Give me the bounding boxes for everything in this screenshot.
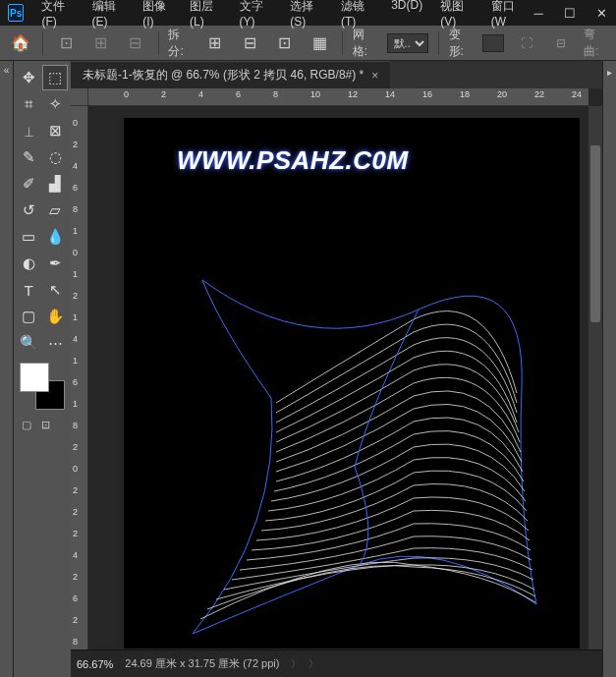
gradient-tool[interactable]: ▭: [16, 224, 41, 250]
tab-title: 未标题-1-恢复的 @ 66.7% (形状 2 拷贝 46, RGB/8#) *: [83, 67, 364, 84]
clone-stamp-tool[interactable]: ▟: [42, 171, 68, 197]
menu-file[interactable]: 文件(F): [33, 0, 82, 31]
eraser-tool[interactable]: ▱: [42, 197, 68, 223]
title-bar: Ps 文件(F) 编辑(E) 图像(I) 图层(L) 文字(Y) 选择(S) 滤…: [0, 0, 616, 26]
split-grid-4[interactable]: ▦: [307, 29, 331, 57]
window-controls: ─ ☐ ✕: [532, 6, 608, 20]
scroll-thumb[interactable]: [590, 145, 600, 322]
lasso-tool[interactable]: ⌗: [16, 91, 41, 117]
panel-expand-icon[interactable]: ▸: [607, 67, 612, 78]
minimize-button[interactable]: ─: [532, 6, 545, 20]
type-tool[interactable]: T: [16, 277, 41, 303]
options-bar: 🏠 ⊡ ⊞ ⊟ 拆分: ⊞ ⊟ ⊡ ▦ 网格: 默... 变形: ⛶ ⊟ 弯曲:: [0, 26, 616, 61]
document-area: 未标题-1-恢复的 @ 66.7% (形状 2 拷贝 46, RGB/8#) *…: [71, 61, 602, 677]
split-grid-1[interactable]: ⊞: [202, 29, 227, 57]
status-bar: 66.67% 24.69 厘米 x 31.75 厘米 (72 ppi) 〉 〉: [71, 649, 602, 677]
close-button[interactable]: ✕: [594, 6, 608, 20]
app-logo: Ps: [8, 4, 24, 22]
brush-tool[interactable]: ✐: [16, 171, 41, 197]
link-icon[interactable]: ⛶: [514, 29, 538, 57]
grid-select[interactable]: 默...: [387, 33, 428, 53]
menu-select[interactable]: 选择(S): [282, 0, 331, 31]
transform-input[interactable]: [482, 34, 504, 52]
separator: [342, 31, 343, 55]
magic-wand-tool[interactable]: ✧: [42, 91, 68, 117]
document-dimensions: 24.69 厘米 x 31.75 厘米 (72 ppi): [125, 656, 279, 671]
path-select-tool[interactable]: ↖: [42, 277, 68, 303]
grid-label: 网格:: [353, 27, 377, 60]
screenmode-icon[interactable]: ⊡: [41, 419, 55, 432]
menu-edit[interactable]: 编辑(E): [84, 0, 134, 31]
status-arrow-icon-2[interactable]: 〉: [308, 657, 318, 671]
more-tools[interactable]: ⋯: [42, 330, 68, 356]
blur-tool[interactable]: 💧: [42, 224, 68, 250]
color-swatches: [20, 363, 65, 410]
crop-tool[interactable]: ⟂: [16, 118, 41, 143]
tab-bar: 未标题-1-恢复的 @ 66.7% (形状 2 拷贝 46, RGB/8#) *…: [71, 61, 602, 88]
transform-label: 变形:: [449, 27, 474, 60]
ruler-vertical[interactable]: 0246810121416182022242628: [71, 106, 88, 649]
split-grid-3[interactable]: ⊡: [272, 29, 297, 57]
eyedropper-tool[interactable]: ✎: [16, 144, 41, 170]
zoom-tool[interactable]: 🔍: [16, 330, 41, 356]
quickmask-icon[interactable]: ▢: [22, 419, 35, 432]
separator: [42, 31, 43, 55]
separator: [438, 31, 439, 55]
zoom-level[interactable]: 66.67%: [77, 658, 113, 670]
maximize-button[interactable]: ☐: [563, 6, 577, 20]
ruler-corner: [71, 88, 88, 106]
grid-icon-2[interactable]: ⊟: [123, 29, 147, 57]
shape-artwork: [193, 270, 546, 634]
foreground-color[interactable]: [20, 363, 49, 392]
toolbox-expand[interactable]: «: [0, 61, 14, 677]
separator: [158, 31, 159, 55]
warp-mode-icon[interactable]: ⊡: [53, 29, 78, 57]
spot-heal-tool[interactable]: ◌: [42, 144, 68, 170]
shape-tool[interactable]: ▢: [16, 304, 41, 329]
home-icon[interactable]: 🏠: [8, 29, 32, 57]
split-label: 拆分:: [168, 27, 193, 60]
marquee-tool[interactable]: ⬚: [42, 65, 68, 90]
ruler-horizontal[interactable]: 024681012141618202224: [88, 88, 588, 106]
dodge-tool[interactable]: ◐: [16, 251, 41, 276]
frame-tool[interactable]: ⊠: [42, 118, 68, 143]
canvas[interactable]: WWW.PSAHZ.C0M: [124, 118, 580, 649]
scrollbar-vertical[interactable]: [588, 106, 602, 649]
expand-arrow-icon: «: [4, 65, 10, 677]
toolbox: ✥ ⬚ ⌗ ✧ ⟂ ⊠ ✎ ◌ ✐ ▟ ↺ ▱ ▭ 💧 ◐ ✒ T ↖ ▢ ✋ …: [14, 61, 71, 677]
constrain-icon[interactable]: ⊟: [549, 29, 574, 57]
menu-window[interactable]: 窗口(W: [483, 0, 532, 31]
warp-label: 弯曲:: [584, 27, 608, 60]
history-brush-tool[interactable]: ↺: [16, 197, 41, 223]
tab-close-icon[interactable]: ×: [371, 69, 378, 83]
watermark-text: WWW.PSAHZ.C0M: [177, 145, 409, 176]
canvas-viewport[interactable]: WWW.PSAHZ.C0M: [88, 106, 588, 649]
split-grid-2[interactable]: ⊟: [238, 29, 262, 57]
grid-icon-1[interactable]: ⊞: [88, 29, 113, 57]
menu-type[interactable]: 文字(Y): [232, 0, 281, 31]
right-panel-collapsed[interactable]: ▸: [602, 61, 616, 677]
document-tab[interactable]: 未标题-1-恢复的 @ 66.7% (形状 2 拷贝 46, RGB/8#) *…: [71, 61, 390, 88]
pen-tool[interactable]: ✒: [42, 251, 68, 276]
hand-tool[interactable]: ✋: [42, 304, 68, 329]
menu-3d[interactable]: 3D(D): [383, 0, 430, 31]
move-tool[interactable]: ✥: [16, 65, 41, 90]
status-arrow-icon[interactable]: 〉: [291, 657, 301, 671]
